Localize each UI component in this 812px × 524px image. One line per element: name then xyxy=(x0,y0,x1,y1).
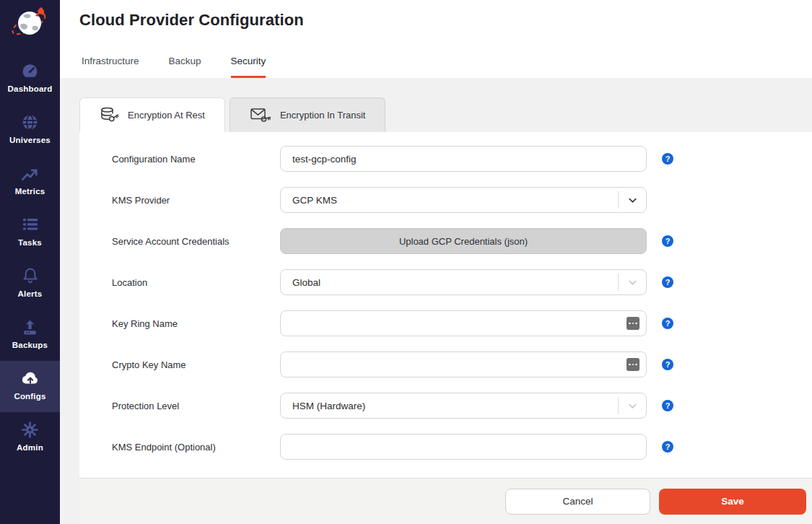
form-row-kms-endpoint-optional: KMS Endpoint (Optional)? xyxy=(112,434,812,460)
upload-gcp-credentials-button[interactable]: Upload GCP Credentials (json) xyxy=(280,228,647,254)
crypto-key-name-input[interactable] xyxy=(280,351,647,377)
location-control: Global xyxy=(280,269,647,295)
save-button[interactable]: Save xyxy=(659,489,806,515)
sidebar-item-configs[interactable]: Configs xyxy=(0,361,60,412)
field-label: Service Account Credentials xyxy=(112,236,280,247)
service-account-credentials-control: Upload GCP Credentials (json) xyxy=(280,228,647,254)
selected-value: GCP KMS xyxy=(292,195,618,206)
cancel-button[interactable]: Cancel xyxy=(505,489,650,515)
cloud-upload-icon xyxy=(20,367,40,389)
chevron-down-icon xyxy=(619,195,646,206)
tab-security[interactable]: Security xyxy=(231,56,266,78)
key-ring-name-input[interactable] xyxy=(280,310,647,336)
key-ring-name-control xyxy=(280,310,647,336)
form-row-location: LocationGlobal? xyxy=(112,269,812,295)
sidebar-item-dashboard[interactable]: Dashboard xyxy=(0,53,60,105)
chart-line-icon xyxy=(20,162,40,184)
gear-icon xyxy=(21,419,39,440)
help-icon[interactable]: ? xyxy=(662,400,673,411)
main-area: Cloud Provider Configuration Infrastruct… xyxy=(60,0,812,524)
sidebar-item-label: Backups xyxy=(12,341,48,349)
chevron-down-icon xyxy=(619,277,646,288)
configuration-name-control xyxy=(280,146,647,172)
form-row-configuration-name: Configuration Name? xyxy=(112,146,812,172)
form-row-protection-level: Protection LevelHSM (Hardware)? xyxy=(112,393,812,419)
field-label: Configuration Name xyxy=(112,154,280,165)
field-label: Protection Level xyxy=(112,401,280,411)
header-tabs: InfrastructureBackupSecurity xyxy=(82,56,266,78)
crypto-key-name-control xyxy=(280,351,647,377)
sidebar: DashboardUniversesMetricsTasksAlertsBack… xyxy=(0,0,60,524)
subtab-encryption-in-transit[interactable]: Encryption In Transit xyxy=(230,97,386,132)
page-title: Cloud Provider Configuration xyxy=(60,0,812,30)
field-label: KMS Provider xyxy=(112,195,280,206)
kms-config-form: Configuration Name?KMS ProviderGCP KMSSe… xyxy=(112,146,812,460)
kms-provider-select[interactable]: GCP KMS xyxy=(280,187,647,213)
sidebar-item-label: Dashboard xyxy=(8,84,53,93)
mail-key-icon xyxy=(250,107,271,123)
selected-value: HSM (Hardware) xyxy=(292,401,618,411)
sidebar-item-label: Universes xyxy=(9,136,51,144)
configuration-name-input[interactable] xyxy=(280,146,647,172)
ellipsis-icon xyxy=(627,317,639,330)
tab-infrastructure[interactable]: Infrastructure xyxy=(82,56,139,78)
sidebar-item-metrics[interactable]: Metrics xyxy=(0,156,60,207)
field-label: Location xyxy=(112,277,280,288)
field-label: Key Ring Name xyxy=(112,318,280,329)
kms-endpoint-optional-control xyxy=(280,434,647,460)
sidebar-item-label: Metrics xyxy=(15,187,45,196)
subtab-label: Encryption At Rest xyxy=(128,110,205,121)
help-icon[interactable]: ? xyxy=(662,276,673,288)
field-label: KMS Endpoint (Optional) xyxy=(112,442,280,453)
subtab-label: Encryption In Transit xyxy=(280,110,366,121)
bell-icon xyxy=(22,265,39,287)
selected-value: Global xyxy=(292,277,618,288)
protection-level-control: HSM (Hardware) xyxy=(280,393,647,419)
chevron-down-icon xyxy=(619,401,646,411)
content-area: Encryption At RestEncryption In Transit … xyxy=(60,78,812,524)
form-row-crypto-key-name: Crypto Key Name? xyxy=(112,351,812,377)
sidebar-item-alerts[interactable]: Alerts xyxy=(0,258,60,310)
location-select[interactable]: Global xyxy=(280,269,647,295)
sidebar-item-label: Configs xyxy=(14,392,45,401)
sidebar-item-tasks[interactable]: Tasks xyxy=(0,207,60,258)
subtab-row: Encryption At RestEncryption In Transit xyxy=(79,78,812,132)
sidebar-item-universes[interactable]: Universes xyxy=(0,105,60,156)
gauge-icon xyxy=(21,60,39,82)
tab-backup[interactable]: Backup xyxy=(169,56,201,78)
field-label: Crypto Key Name xyxy=(112,359,280,370)
page-header: Cloud Provider Configuration Infrastruct… xyxy=(60,0,812,78)
sidebar-item-label: Tasks xyxy=(18,238,42,247)
yugabyte-logo[interactable] xyxy=(0,1,60,43)
help-icon[interactable]: ? xyxy=(662,235,673,247)
sidebar-item-label: Admin xyxy=(17,443,43,452)
upload-tray-icon xyxy=(21,316,39,338)
sidebar-nav: DashboardUniversesMetricsTasksAlertsBack… xyxy=(0,53,60,463)
sidebar-item-admin[interactable]: Admin xyxy=(0,412,60,463)
ellipsis-icon xyxy=(627,358,639,371)
form-row-service-account-credentials: Service Account CredentialsUpload GCP Cr… xyxy=(112,228,812,254)
encryption-at-rest-panel: Configuration Name?KMS ProviderGCP KMSSe… xyxy=(79,132,812,478)
kms-endpoint-optional-input[interactable] xyxy=(280,434,647,460)
sidebar-item-label: Alerts xyxy=(18,289,43,298)
form-row-kms-provider: KMS ProviderGCP KMS xyxy=(112,187,812,213)
help-icon[interactable]: ? xyxy=(662,318,673,329)
globe-icon xyxy=(21,111,39,133)
help-icon[interactable]: ? xyxy=(662,359,673,370)
help-icon[interactable]: ? xyxy=(662,153,673,165)
protection-level-select[interactable]: HSM (Hardware) xyxy=(280,393,647,419)
task-list-icon xyxy=(21,214,40,235)
kms-provider-control: GCP KMS xyxy=(280,187,647,213)
form-row-key-ring-name: Key Ring Name? xyxy=(112,310,812,336)
sidebar-item-backups[interactable]: Backups xyxy=(0,310,60,361)
subtab-encryption-at-rest[interactable]: Encryption At Rest xyxy=(79,97,225,132)
help-icon[interactable]: ? xyxy=(662,441,673,453)
form-footer: Cancel Save xyxy=(79,478,812,524)
database-key-icon xyxy=(100,107,119,123)
